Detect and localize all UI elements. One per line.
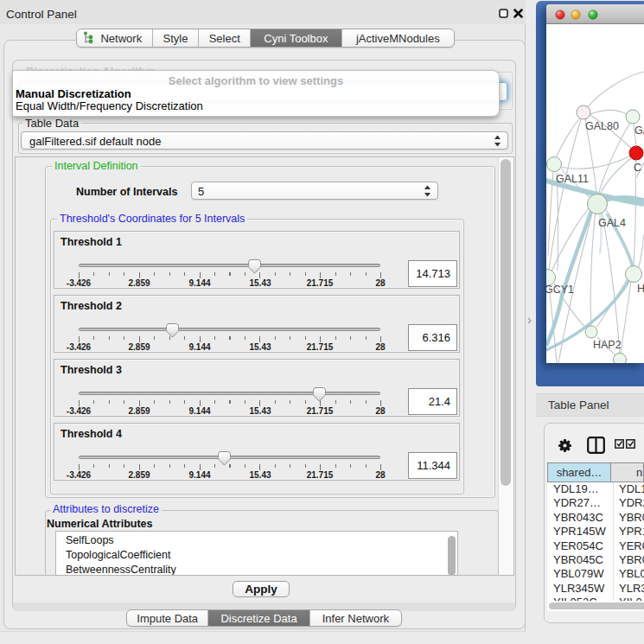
svg-text:H: H xyxy=(637,283,644,295)
svg-text:GAL80: GAL80 xyxy=(585,120,619,132)
svg-text:C: C xyxy=(634,162,641,174)
svg-text:GAL11: GAL11 xyxy=(556,173,589,185)
svg-text:HAP2: HAP2 xyxy=(593,339,622,351)
svg-text:GAL4: GAL4 xyxy=(598,217,626,229)
svg-text:GA: GA xyxy=(634,124,644,137)
svg-text:GCY1: GCY1 xyxy=(546,284,574,296)
